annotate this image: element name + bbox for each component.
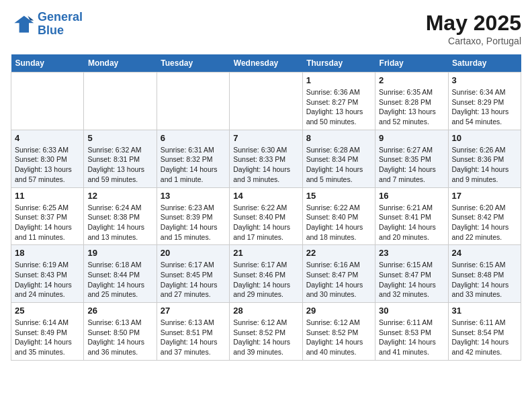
day-info: Sunrise: 6:12 AM Sunset: 8:52 PM Dayligh… bbox=[306, 318, 371, 357]
calendar-cell bbox=[84, 73, 157, 130]
day-info: Sunrise: 6:13 AM Sunset: 8:51 PM Dayligh… bbox=[161, 318, 226, 357]
day-info: Sunrise: 6:13 AM Sunset: 8:50 PM Dayligh… bbox=[87, 318, 152, 357]
day-info: Sunrise: 6:19 AM Sunset: 8:43 PM Dayligh… bbox=[15, 260, 80, 300]
weekday-header-row: SundayMondayTuesdayWednesdayThursdayFrid… bbox=[11, 54, 521, 73]
logo: General Blue bbox=[11, 11, 83, 38]
day-number: 12 bbox=[87, 191, 152, 201]
day-number: 19 bbox=[87, 248, 152, 258]
weekday-label: Friday bbox=[375, 54, 448, 73]
calendar-cell: 5Sunrise: 6:32 AM Sunset: 8:31 PM Daylig… bbox=[84, 130, 157, 187]
month-title: May 2025 bbox=[426, 11, 521, 36]
day-number: 1 bbox=[306, 75, 371, 85]
day-info: Sunrise: 6:12 AM Sunset: 8:52 PM Dayligh… bbox=[233, 318, 298, 357]
calendar-cell: 30Sunrise: 6:11 AM Sunset: 8:53 PM Dayli… bbox=[375, 303, 448, 361]
day-number: 17 bbox=[452, 191, 517, 201]
calendar-cell: 25Sunrise: 6:14 AM Sunset: 8:49 PM Dayli… bbox=[11, 303, 84, 361]
calendar-cell: 2Sunrise: 6:35 AM Sunset: 8:28 PM Daylig… bbox=[375, 73, 448, 130]
calendar-cell: 19Sunrise: 6:18 AM Sunset: 8:44 PM Dayli… bbox=[84, 245, 157, 303]
day-number: 28 bbox=[233, 306, 298, 316]
day-number: 14 bbox=[233, 191, 298, 201]
calendar-cell: 6Sunrise: 6:31 AM Sunset: 8:32 PM Daylig… bbox=[157, 130, 229, 187]
day-number: 15 bbox=[306, 191, 371, 201]
day-info: Sunrise: 6:34 AM Sunset: 8:29 PM Dayligh… bbox=[452, 87, 517, 127]
day-number: 5 bbox=[87, 133, 152, 143]
day-info: Sunrise: 6:23 AM Sunset: 8:39 PM Dayligh… bbox=[161, 203, 226, 242]
day-number: 18 bbox=[15, 248, 80, 258]
calendar-cell: 29Sunrise: 6:12 AM Sunset: 8:52 PM Dayli… bbox=[302, 303, 375, 361]
day-number: 31 bbox=[452, 306, 517, 316]
calendar-cell bbox=[157, 73, 229, 130]
calendar-cell: 21Sunrise: 6:17 AM Sunset: 8:46 PM Dayli… bbox=[230, 245, 302, 303]
calendar-cell: 1Sunrise: 6:36 AM Sunset: 8:27 PM Daylig… bbox=[302, 73, 375, 130]
logo-line1: General bbox=[38, 10, 83, 24]
day-number: 29 bbox=[306, 306, 371, 316]
day-info: Sunrise: 6:31 AM Sunset: 8:32 PM Dayligh… bbox=[161, 145, 226, 185]
calendar-cell: 17Sunrise: 6:20 AM Sunset: 8:42 PM Dayli… bbox=[448, 187, 521, 245]
day-number: 2 bbox=[379, 75, 444, 85]
day-number: 7 bbox=[233, 133, 298, 143]
day-info: Sunrise: 6:21 AM Sunset: 8:41 PM Dayligh… bbox=[379, 203, 444, 242]
day-info: Sunrise: 6:22 AM Sunset: 8:40 PM Dayligh… bbox=[233, 203, 298, 242]
weekday-label: Sunday bbox=[11, 54, 84, 73]
day-number: 23 bbox=[379, 248, 444, 258]
day-info: Sunrise: 6:27 AM Sunset: 8:35 PM Dayligh… bbox=[379, 145, 444, 185]
calendar-cell bbox=[230, 73, 302, 130]
day-info: Sunrise: 6:30 AM Sunset: 8:33 PM Dayligh… bbox=[233, 145, 298, 185]
calendar-cell: 31Sunrise: 6:11 AM Sunset: 8:54 PM Dayli… bbox=[448, 303, 521, 361]
day-info: Sunrise: 6:11 AM Sunset: 8:54 PM Dayligh… bbox=[452, 318, 517, 357]
calendar-cell: 14Sunrise: 6:22 AM Sunset: 8:40 PM Dayli… bbox=[230, 187, 302, 245]
day-number: 9 bbox=[379, 133, 444, 143]
day-number: 11 bbox=[15, 191, 80, 201]
calendar-cell: 28Sunrise: 6:12 AM Sunset: 8:52 PM Dayli… bbox=[230, 303, 302, 361]
calendar-cell: 16Sunrise: 6:21 AM Sunset: 8:41 PM Dayli… bbox=[375, 187, 448, 245]
calendar-week-row: 25Sunrise: 6:14 AM Sunset: 8:49 PM Dayli… bbox=[11, 303, 521, 361]
day-info: Sunrise: 6:15 AM Sunset: 8:48 PM Dayligh… bbox=[452, 260, 517, 300]
day-info: Sunrise: 6:16 AM Sunset: 8:47 PM Dayligh… bbox=[306, 260, 371, 300]
day-number: 3 bbox=[452, 75, 517, 85]
logo-icon bbox=[11, 12, 35, 36]
day-info: Sunrise: 6:22 AM Sunset: 8:40 PM Dayligh… bbox=[306, 203, 371, 242]
calendar-cell: 20Sunrise: 6:17 AM Sunset: 8:45 PM Dayli… bbox=[157, 245, 229, 303]
calendar-week-row: 11Sunrise: 6:25 AM Sunset: 8:37 PM Dayli… bbox=[11, 187, 521, 245]
calendar-cell: 24Sunrise: 6:15 AM Sunset: 8:48 PM Dayli… bbox=[448, 245, 521, 303]
weekday-label: Saturday bbox=[448, 54, 521, 73]
calendar-cell: 23Sunrise: 6:15 AM Sunset: 8:47 PM Dayli… bbox=[375, 245, 448, 303]
weekday-label: Thursday bbox=[302, 54, 375, 73]
day-number: 6 bbox=[161, 133, 226, 143]
day-number: 21 bbox=[233, 248, 298, 258]
day-info: Sunrise: 6:28 AM Sunset: 8:34 PM Dayligh… bbox=[306, 145, 371, 185]
day-info: Sunrise: 6:32 AM Sunset: 8:31 PM Dayligh… bbox=[87, 145, 152, 185]
calendar-cell: 22Sunrise: 6:16 AM Sunset: 8:47 PM Dayli… bbox=[302, 245, 375, 303]
day-number: 26 bbox=[87, 306, 152, 316]
day-number: 8 bbox=[306, 133, 371, 143]
day-number: 27 bbox=[161, 306, 226, 316]
calendar-week-row: 18Sunrise: 6:19 AM Sunset: 8:43 PM Dayli… bbox=[11, 245, 521, 303]
calendar-cell: 27Sunrise: 6:13 AM Sunset: 8:51 PM Dayli… bbox=[157, 303, 229, 361]
day-info: Sunrise: 6:33 AM Sunset: 8:30 PM Dayligh… bbox=[15, 145, 80, 185]
day-info: Sunrise: 6:26 AM Sunset: 8:36 PM Dayligh… bbox=[452, 145, 517, 185]
day-info: Sunrise: 6:25 AM Sunset: 8:37 PM Dayligh… bbox=[15, 203, 80, 242]
day-number: 4 bbox=[15, 133, 80, 143]
calendar-cell: 7Sunrise: 6:30 AM Sunset: 8:33 PM Daylig… bbox=[230, 130, 302, 187]
day-number: 16 bbox=[379, 191, 444, 201]
day-info: Sunrise: 6:14 AM Sunset: 8:49 PM Dayligh… bbox=[15, 318, 80, 357]
day-info: Sunrise: 6:15 AM Sunset: 8:47 PM Dayligh… bbox=[379, 260, 444, 300]
weekday-label: Tuesday bbox=[157, 54, 229, 73]
calendar-cell: 8Sunrise: 6:28 AM Sunset: 8:34 PM Daylig… bbox=[302, 130, 375, 187]
calendar-cell: 12Sunrise: 6:24 AM Sunset: 8:38 PM Dayli… bbox=[84, 187, 157, 245]
calendar-cell bbox=[11, 73, 84, 130]
day-info: Sunrise: 6:36 AM Sunset: 8:27 PM Dayligh… bbox=[306, 87, 371, 127]
title-block: May 2025 Cartaxo, Portugal bbox=[426, 11, 521, 46]
page-header: General Blue May 2025 Cartaxo, Portugal bbox=[11, 11, 521, 46]
day-info: Sunrise: 6:11 AM Sunset: 8:53 PM Dayligh… bbox=[379, 318, 444, 357]
day-number: 24 bbox=[452, 248, 517, 258]
calendar-week-row: 4Sunrise: 6:33 AM Sunset: 8:30 PM Daylig… bbox=[11, 130, 521, 187]
calendar-cell: 4Sunrise: 6:33 AM Sunset: 8:30 PM Daylig… bbox=[11, 130, 84, 187]
location: Cartaxo, Portugal bbox=[426, 36, 521, 46]
day-number: 22 bbox=[306, 248, 371, 258]
calendar-cell: 26Sunrise: 6:13 AM Sunset: 8:50 PM Dayli… bbox=[84, 303, 157, 361]
calendar-cell: 18Sunrise: 6:19 AM Sunset: 8:43 PM Dayli… bbox=[11, 245, 84, 303]
calendar-body: 1Sunrise: 6:36 AM Sunset: 8:27 PM Daylig… bbox=[11, 73, 521, 361]
logo-line2: Blue bbox=[38, 24, 64, 37]
calendar-header: SundayMondayTuesdayWednesdayThursdayFrid… bbox=[11, 54, 521, 73]
